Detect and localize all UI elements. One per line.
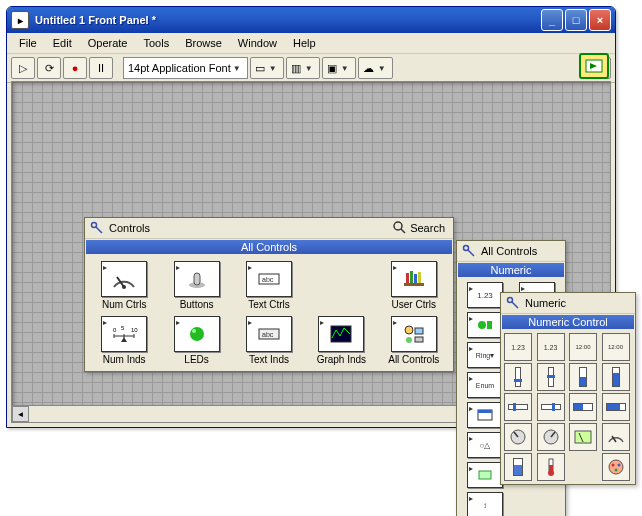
block-diagram-indicator[interactable] bbox=[579, 53, 609, 79]
num-ctrls-icon: ▸ bbox=[101, 261, 147, 297]
svg-point-36 bbox=[478, 321, 486, 329]
toolbar: ▷ ⟳ ● II 14pt Application Font ▼ ▭▼ ▥▼ ▣… bbox=[7, 54, 615, 83]
svg-rect-43 bbox=[478, 410, 492, 413]
svg-point-56 bbox=[548, 470, 554, 476]
subpal-refnum[interactable]: ▸↕ bbox=[467, 492, 503, 516]
svg-rect-44 bbox=[479, 471, 491, 479]
all-controls-header[interactable]: All Controls bbox=[457, 241, 565, 262]
menu-edit[interactable]: Edit bbox=[45, 35, 80, 51]
align-menu[interactable]: ▭▼ bbox=[250, 57, 284, 79]
palette-item-buttons[interactable]: ▸ Buttons bbox=[161, 259, 231, 312]
svg-point-34 bbox=[464, 246, 469, 251]
svg-point-60 bbox=[614, 469, 617, 472]
svg-text:0: 0 bbox=[113, 327, 117, 333]
menu-operate[interactable]: Operate bbox=[80, 35, 136, 51]
gauge[interactable] bbox=[602, 423, 630, 451]
reorder-menu[interactable]: ☁▼ bbox=[358, 57, 393, 79]
subpal-enum[interactable]: ▸Enum bbox=[467, 372, 503, 398]
numeric-grid: 1.23 1.23 12:00 12:00 bbox=[501, 330, 635, 484]
subpal-containers[interactable]: ▸ bbox=[467, 402, 503, 428]
maximize-button[interactable]: □ bbox=[565, 9, 587, 31]
scroll-left-icon[interactable]: ◄ bbox=[12, 406, 29, 422]
search-icon bbox=[393, 221, 407, 235]
menu-window[interactable]: Window bbox=[230, 35, 285, 51]
palette-item-all-controls[interactable]: ▸ All Controls bbox=[379, 314, 449, 367]
thermometer[interactable] bbox=[537, 453, 565, 481]
svg-point-58 bbox=[611, 464, 614, 467]
palette-item-num-ctrls[interactable]: ▸ Num Ctrls bbox=[89, 259, 159, 312]
palette-item-leds[interactable]: ▸ LEDs bbox=[161, 314, 231, 367]
search-label: Search bbox=[410, 222, 445, 234]
palette-item-num-inds[interactable]: ▸ 0510 Num Inds bbox=[89, 314, 159, 367]
controls-palette-banner: All Controls bbox=[86, 240, 452, 254]
palette-item-text-inds[interactable]: ▸ abc Text Inds bbox=[234, 314, 304, 367]
svg-rect-37 bbox=[487, 321, 492, 329]
menu-file[interactable]: File bbox=[11, 35, 45, 51]
pushpin-icon[interactable] bbox=[89, 220, 105, 236]
time-control[interactable]: 12:00 bbox=[569, 333, 597, 361]
menu-help[interactable]: Help bbox=[285, 35, 324, 51]
chevron-down-icon: ▼ bbox=[231, 64, 243, 73]
svg-point-30 bbox=[405, 326, 413, 334]
abort-button[interactable]: ● bbox=[63, 57, 87, 79]
search-button[interactable]: Search bbox=[393, 221, 449, 235]
svg-point-57 bbox=[609, 460, 623, 474]
menu-browse[interactable]: Browse bbox=[177, 35, 230, 51]
distribute-menu[interactable]: ▥▼ bbox=[286, 57, 320, 79]
palette-item-text-ctrls[interactable]: ▸ abc Text Ctrls bbox=[234, 259, 304, 312]
svg-text:abc: abc bbox=[262, 331, 274, 338]
subpal-boolean[interactable]: ▸ bbox=[467, 312, 503, 338]
svg-text:10: 10 bbox=[131, 327, 138, 333]
menubar: File Edit Operate Tools Browse Window He… bbox=[7, 33, 615, 54]
vertical-pointer-slider[interactable] bbox=[537, 363, 565, 391]
svg-rect-31 bbox=[415, 328, 423, 334]
subpal-numeric[interactable]: ▸1.23 bbox=[467, 282, 503, 308]
tank[interactable] bbox=[504, 453, 532, 481]
pushpin-icon[interactable] bbox=[505, 295, 521, 311]
all-controls-icon: ▸ bbox=[391, 316, 437, 352]
run-continuous-button[interactable]: ⟳ bbox=[37, 57, 61, 79]
font-label: 14pt Application Font bbox=[128, 62, 231, 74]
svg-line-46 bbox=[512, 302, 518, 308]
palette-empty bbox=[306, 259, 376, 312]
palette-item-graph-inds[interactable]: ▸ Graph Inds bbox=[306, 314, 376, 367]
all-controls-banner: Numeric bbox=[458, 263, 564, 277]
vertical-fill-slider[interactable] bbox=[569, 363, 597, 391]
color-box[interactable] bbox=[602, 453, 630, 481]
svg-marker-24 bbox=[121, 337, 127, 342]
svg-rect-15 bbox=[414, 274, 417, 283]
numeric-header[interactable]: Numeric bbox=[501, 293, 635, 314]
run-button[interactable]: ▷ bbox=[11, 57, 35, 79]
knob[interactable] bbox=[504, 423, 532, 451]
svg-rect-14 bbox=[410, 271, 413, 283]
menu-tools[interactable]: Tools bbox=[135, 35, 177, 51]
svg-point-2 bbox=[92, 223, 97, 228]
vertical-progress[interactable] bbox=[602, 363, 630, 391]
titlebar[interactable]: ▸ Untitled 1 Front Panel * _ □ × bbox=[7, 7, 615, 33]
numeric-indicator[interactable]: 1.23 bbox=[537, 333, 565, 361]
close-button[interactable]: × bbox=[589, 9, 611, 31]
svg-rect-33 bbox=[415, 337, 423, 342]
subpal-io[interactable]: ▸ bbox=[467, 462, 503, 488]
pushpin-icon[interactable] bbox=[461, 243, 477, 259]
subpal-ring[interactable]: ▸Ring▾ bbox=[467, 342, 503, 368]
dial[interactable] bbox=[537, 423, 565, 451]
palette-item-user-ctrls[interactable]: ▸ User Ctrls bbox=[379, 259, 449, 312]
horizontal-slider[interactable] bbox=[504, 393, 532, 421]
horizontal-fill-slider[interactable] bbox=[569, 393, 597, 421]
horizontal-pointer-slider[interactable] bbox=[537, 393, 565, 421]
horizontal-progress[interactable] bbox=[602, 393, 630, 421]
resize-menu[interactable]: ▣▼ bbox=[322, 57, 356, 79]
font-selector[interactable]: 14pt Application Font ▼ bbox=[123, 57, 248, 79]
leds-icon: ▸ bbox=[174, 316, 220, 352]
vertical-slider[interactable] bbox=[504, 363, 532, 391]
time-indicator[interactable]: 12:00 bbox=[602, 333, 630, 361]
svg-line-35 bbox=[468, 250, 474, 256]
controls-palette-header[interactable]: Controls Search bbox=[85, 218, 453, 239]
numeric-control[interactable]: 1.23 bbox=[504, 333, 532, 361]
buttons-icon: ▸ bbox=[174, 261, 220, 297]
meter[interactable] bbox=[569, 423, 597, 451]
minimize-button[interactable]: _ bbox=[541, 9, 563, 31]
subpal-decorations[interactable]: ▸○△ bbox=[467, 432, 503, 458]
pause-button[interactable]: II bbox=[89, 57, 113, 79]
